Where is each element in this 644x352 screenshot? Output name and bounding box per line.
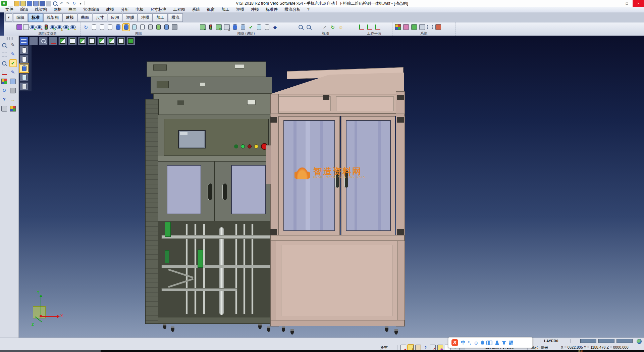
menu-item[interactable]: ? bbox=[304, 7, 313, 12]
lm-tier2[interactable] bbox=[151, 77, 272, 94]
cylinder-copy-pair-icon[interactable] bbox=[163, 24, 170, 31]
attributes-window-icon[interactable] bbox=[402, 24, 409, 31]
move-ucs-icon[interactable] bbox=[1, 69, 8, 76]
lm-tier2-tag[interactable] bbox=[200, 83, 205, 86]
solid-cylinder-icon[interactable] bbox=[231, 24, 238, 31]
import-data-icon[interactable] bbox=[20, 1, 26, 6]
wire-view-1-icon[interactable] bbox=[68, 37, 77, 45]
lm-light-yellow[interactable] bbox=[254, 144, 258, 148]
lm-tier2-vent[interactable] bbox=[157, 81, 169, 88]
rm-caster-4[interactable] bbox=[394, 329, 398, 335]
wire-cylinder-icon[interactable] bbox=[264, 24, 270, 31]
minimize-button[interactable]: – bbox=[610, 0, 621, 7]
lm-left-wall[interactable] bbox=[145, 99, 159, 324]
wireframe-cylinder-2-icon[interactable] bbox=[99, 24, 105, 31]
reference-box-icon[interactable]: ↗ bbox=[430, 345, 436, 350]
lm-light-green[interactable] bbox=[241, 144, 245, 148]
lm-green-block-3[interactable] bbox=[165, 250, 169, 263]
lm-rail-h2[interactable] bbox=[161, 265, 272, 268]
render-palette-icon[interactable] bbox=[10, 105, 16, 112]
toggle-visibility-icon[interactable]: ± bbox=[56, 24, 63, 31]
measure-distance-icon[interactable]: ↔ bbox=[10, 96, 16, 103]
delete-entity-icon[interactable]: ✎ bbox=[10, 42, 16, 48]
fit-view-icon[interactable] bbox=[29, 37, 38, 45]
lm-caster-2[interactable] bbox=[171, 326, 174, 332]
rm-mid-beam[interactable] bbox=[270, 235, 405, 241]
keyboard-icon[interactable] bbox=[486, 341, 492, 345]
rm-top-rail[interactable] bbox=[270, 114, 405, 116]
layer-cylinder-light-icon[interactable] bbox=[20, 73, 29, 81]
zoom-extents-icon[interactable] bbox=[297, 24, 304, 31]
tab[interactable]: 线架构 bbox=[43, 13, 62, 22]
menu-item[interactable]: 系统 bbox=[189, 7, 203, 12]
color-swatch-2[interactable] bbox=[598, 339, 614, 343]
menu-item[interactable]: 曲面 bbox=[65, 7, 80, 12]
pattern-window-icon[interactable] bbox=[10, 78, 16, 85]
menu-item[interactable]: 文件 bbox=[2, 7, 17, 12]
tab[interactable]: 标准 bbox=[28, 13, 43, 22]
menu-item[interactable]: 网格 bbox=[50, 7, 65, 12]
solid-view-icon[interactable] bbox=[126, 37, 135, 45]
zoom-window-icon[interactable] bbox=[313, 24, 320, 31]
hide-by-attribute-icon[interactable]: − bbox=[36, 24, 43, 31]
lm-rail-h3[interactable] bbox=[161, 288, 237, 291]
lm-light-red[interactable] bbox=[248, 144, 252, 148]
window-config-icon[interactable] bbox=[419, 24, 425, 31]
open-folder-icon[interactable] bbox=[14, 1, 19, 6]
close-button[interactable]: × bbox=[633, 0, 644, 7]
lm-green-block-2[interactable] bbox=[198, 250, 203, 268]
lm-center-cylinder[interactable] bbox=[219, 227, 224, 315]
swap-visibility-icon[interactable]: ↻ bbox=[49, 24, 56, 31]
iso-view-right-icon[interactable] bbox=[78, 37, 87, 45]
globe-icon[interactable] bbox=[637, 339, 642, 344]
dynamic-cube-icon[interactable]: ◆ bbox=[437, 345, 443, 350]
wireframe-cylinder-3-icon[interactable] bbox=[107, 24, 113, 31]
tab[interactable]: 尺寸 bbox=[93, 13, 107, 22]
iso-view-back-icon[interactable] bbox=[107, 37, 116, 45]
context-help-icon[interactable]: ? bbox=[1, 96, 8, 103]
layer-cylinder-wire-icon[interactable] bbox=[20, 82, 29, 90]
show-all-icon[interactable]: + bbox=[63, 24, 69, 31]
iso-view-left-icon[interactable] bbox=[97, 37, 106, 45]
panel-grip[interactable] bbox=[6, 37, 13, 40]
workplane-create-icon[interactable] bbox=[358, 24, 365, 31]
pick-tool-icon[interactable]: + bbox=[408, 345, 414, 350]
menu-item[interactable]: 加工 bbox=[218, 7, 233, 12]
translucent-cylinder-icon[interactable] bbox=[131, 24, 138, 31]
drag-tool-icon[interactable] bbox=[415, 345, 421, 350]
print-icon[interactable] bbox=[46, 1, 51, 6]
selection-filter-icon[interactable] bbox=[427, 24, 433, 31]
lm-bottom-beam[interactable] bbox=[158, 317, 275, 324]
ime-toolbox-icon[interactable] bbox=[509, 341, 513, 345]
wire-view-3-icon[interactable] bbox=[117, 37, 125, 45]
layer-cylinder-outline-2-icon[interactable] bbox=[20, 55, 29, 63]
undo-icon[interactable]: ↶ bbox=[59, 1, 64, 6]
ime-punctuation-toggle[interactable]: °, bbox=[468, 340, 471, 345]
quick-help-icon[interactable]: ? bbox=[423, 345, 428, 350]
visi-logo-icon[interactable]: V bbox=[1, 1, 7, 6]
tab[interactable]: 加工 bbox=[153, 13, 168, 22]
save-as-icon[interactable] bbox=[33, 1, 39, 6]
visibility-filter-icon[interactable] bbox=[43, 24, 49, 31]
tab[interactable]: 塑膜 bbox=[123, 13, 138, 22]
triad-toggle-icon[interactable] bbox=[49, 37, 57, 45]
striped-cylinder-icon[interactable] bbox=[239, 24, 246, 31]
skin-icon[interactable] bbox=[502, 341, 506, 345]
rm-bottom-beam[interactable] bbox=[270, 320, 405, 326]
zoom-dynamic-icon[interactable] bbox=[1, 60, 8, 67]
menu-item[interactable]: 尺寸标注 bbox=[147, 7, 170, 12]
tab[interactable]: 建模 bbox=[62, 13, 77, 22]
display-options-icon[interactable] bbox=[171, 24, 178, 31]
view-menu-icon[interactable] bbox=[19, 37, 28, 45]
lm-caster-1[interactable] bbox=[163, 324, 166, 329]
redraw-icon[interactable] bbox=[1, 42, 8, 48]
tab[interactable]: 冲模 bbox=[138, 13, 153, 22]
wireframe-cylinder-1-icon[interactable] bbox=[91, 24, 97, 31]
save-icon[interactable] bbox=[27, 1, 32, 6]
menu-item[interactable]: 工程图 bbox=[170, 7, 189, 12]
image-filter-icon[interactable] bbox=[207, 24, 214, 31]
shaded-solid-icon[interactable]: ◆ bbox=[272, 24, 278, 31]
rm-caster-3[interactable] bbox=[385, 326, 388, 332]
menu-item[interactable]: 分析 bbox=[117, 7, 132, 12]
layer-cylinder-outline-1-icon[interactable] bbox=[20, 46, 29, 54]
